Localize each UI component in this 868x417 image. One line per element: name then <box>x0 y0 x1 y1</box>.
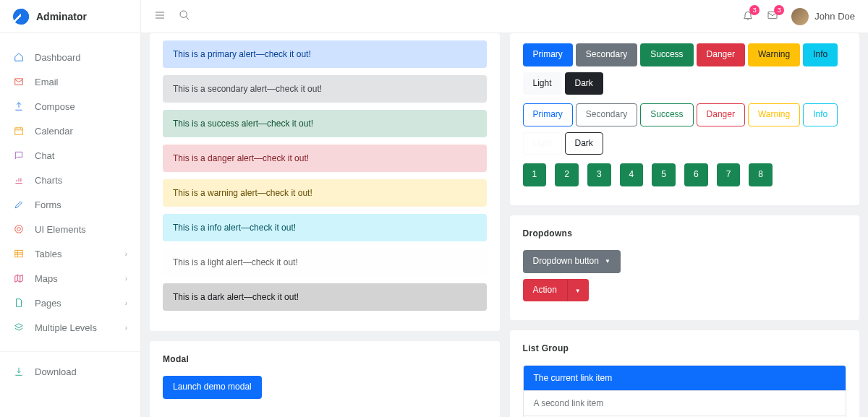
share-icon <box>13 100 25 112</box>
button-light[interactable]: Light <box>523 72 562 95</box>
alert-danger: This is a danger alert—check it out! <box>163 145 487 172</box>
action-button[interactable]: Action <box>523 279 567 302</box>
button-secondary[interactable]: Secondary <box>576 43 637 66</box>
file-icon <box>13 297 25 309</box>
alerts-card: This is a primary alert—check it out!Thi… <box>150 33 500 331</box>
button-number-2[interactable]: 2 <box>555 163 579 186</box>
sidebar-item-label: Dashboard <box>35 52 81 63</box>
sidebar-item-compose[interactable]: Compose <box>0 94 140 119</box>
sidebar-item-label: Maps <box>35 273 58 284</box>
list-item[interactable]: A second link item <box>524 391 846 416</box>
search-icon[interactable] <box>179 9 190 23</box>
button-outline-dark[interactable]: Dark <box>565 132 603 155</box>
button-outline-info[interactable]: Info <box>803 103 838 126</box>
button-primary[interactable]: Primary <box>523 43 573 66</box>
sidebar-item-charts[interactable]: Charts <box>0 168 140 192</box>
chevron-down-icon: ▼ <box>575 288 581 294</box>
home-icon <box>13 51 25 63</box>
notifications-bell[interactable]: 3 <box>742 9 754 23</box>
chevron-right-icon: › <box>125 324 127 332</box>
sidebar-item-pages[interactable]: Pages› <box>0 291 140 315</box>
dropdown-button[interactable]: Dropdown button ▼ <box>523 250 621 273</box>
sidebar-nav: DashboardEmailComposeCalendarChatChartsF… <box>0 33 140 351</box>
svg-point-5 <box>180 11 187 17</box>
sidebar-item-email[interactable]: Email <box>0 69 140 94</box>
svg-rect-1 <box>15 128 23 134</box>
alert-warning: This is a warning alert—check it out! <box>163 179 487 207</box>
buttons-card: PrimarySecondarySuccessDangerWarningInfo… <box>510 33 860 205</box>
button-outline-success[interactable]: Success <box>640 103 693 126</box>
sidebar-item-label: Multiple Levels <box>35 322 97 333</box>
list-item[interactable]: The current link item <box>524 366 846 391</box>
layers-icon <box>13 322 25 333</box>
brand-logo[interactable]: Adminator <box>0 0 140 33</box>
button-outline-secondary[interactable]: Secondary <box>576 103 637 126</box>
sidebar-item-dashboard[interactable]: Dashboard <box>0 45 140 69</box>
user-name: John Doe <box>814 11 855 22</box>
button-number-6[interactable]: 6 <box>684 163 708 186</box>
svg-point-2 <box>15 225 23 233</box>
map-icon <box>13 272 25 284</box>
button-number-5[interactable]: 5 <box>652 163 676 186</box>
sidebar-item-label: Chat <box>35 150 54 161</box>
download-icon <box>13 366 25 377</box>
sidebar-item-label: Pages <box>35 298 61 309</box>
topbar: 3 3 John Doe <box>141 0 868 33</box>
sidebar-item-label: Forms <box>35 199 61 210</box>
button-number-1[interactable]: 1 <box>523 163 547 186</box>
alert-success: This is a success alert—check it out! <box>163 110 487 137</box>
button-outline-danger[interactable]: Danger <box>697 103 745 126</box>
button-info[interactable]: Info <box>803 43 838 66</box>
chevron-right-icon: › <box>125 299 127 307</box>
sidebar-item-forms[interactable]: Forms <box>0 192 140 217</box>
button-outline-warning[interactable]: Warning <box>748 103 800 126</box>
logo-icon <box>13 9 29 25</box>
button-number-4[interactable]: 4 <box>620 163 644 186</box>
menu-toggle-icon[interactable] <box>154 9 166 23</box>
sidebar-item-calendar[interactable]: Calendar <box>0 119 140 143</box>
list-group-title: List Group <box>523 343 847 353</box>
sidebar-item-ui-elements[interactable]: UI Elements <box>0 217 140 241</box>
launch-modal-button[interactable]: Launch demo modal <box>163 376 262 399</box>
list-group-card: List Group The current link itemA second… <box>510 330 860 417</box>
alert-secondary: This is a secondary alert—check it out! <box>163 75 487 103</box>
user-menu[interactable]: John Doe <box>791 8 855 25</box>
calendar-icon <box>13 125 25 137</box>
mail-icon <box>13 76 25 87</box>
sidebar-item-label: Tables <box>35 249 62 259</box>
chat-icon <box>13 150 25 161</box>
chevron-right-icon: › <box>125 250 127 258</box>
button-warning[interactable]: Warning <box>748 43 800 66</box>
button-number-3[interactable]: 3 <box>587 163 611 186</box>
button-number-8[interactable]: 8 <box>749 163 773 186</box>
alert-light: This is a light alert—check it out! <box>163 249 487 276</box>
sidebar-item-chat[interactable]: Chat <box>0 143 140 168</box>
button-dark[interactable]: Dark <box>565 72 603 95</box>
brand-name: Adminator <box>36 11 87 22</box>
button-danger[interactable]: Danger <box>697 43 745 66</box>
sidebar-item-multiple-levels[interactable]: Multiple Levels› <box>0 315 140 340</box>
modal-title: Modal <box>163 354 487 364</box>
button-outline-light[interactable]: Light <box>523 132 562 155</box>
notifications-mail[interactable]: 3 <box>767 9 778 23</box>
svg-rect-4 <box>15 250 23 257</box>
sidebar-item-label: Charts <box>35 175 62 186</box>
button-success[interactable]: Success <box>640 43 693 66</box>
button-outline-primary[interactable]: Primary <box>523 103 573 126</box>
dropdowns-title: Dropdowns <box>523 228 847 238</box>
sidebar-item-maps[interactable]: Maps› <box>0 266 140 291</box>
sidebar-item-label: Download <box>35 366 77 377</box>
alert-info: This is a info alert—check it out! <box>163 214 487 241</box>
sidebar: Adminator DashboardEmailComposeCalendarC… <box>0 0 141 417</box>
target-icon <box>13 223 25 235</box>
dropdowns-card: Dropdowns Dropdown button ▼ Action ▼ <box>510 215 860 320</box>
sidebar-item-tables[interactable]: Tables› <box>0 241 140 266</box>
avatar <box>791 8 809 25</box>
modal-card: Modal Launch demo modal <box>150 341 500 417</box>
table-icon <box>13 248 25 259</box>
action-caret-button[interactable]: ▼ <box>567 279 589 302</box>
sidebar-download[interactable]: Download <box>0 359 140 384</box>
svg-point-3 <box>17 228 21 231</box>
button-number-7[interactable]: 7 <box>717 163 741 186</box>
chevron-down-icon: ▼ <box>605 258 610 265</box>
